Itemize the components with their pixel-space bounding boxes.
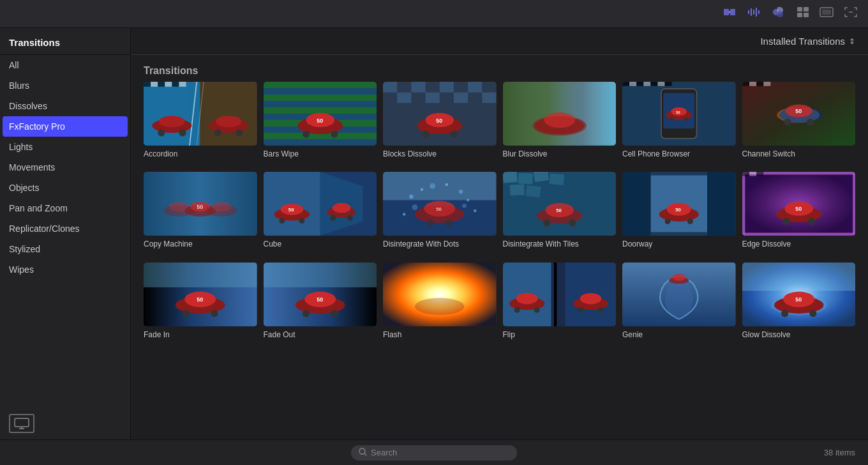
svg-text:50: 50 [436,118,442,124]
transition-item-copy-machine[interactable]: 50 Copy Machine [144,172,257,249]
sidebar-item-replicator[interactable]: Replicator/Clones [0,218,130,239]
transition-item-flash[interactable]: Flash [383,263,497,340]
transition-name: Fade Out [264,330,377,340]
sidebar-item-blurs[interactable]: Blurs [0,75,130,96]
transition-name: Disintegrate With Dots [383,240,497,250]
svg-rect-3 [748,10,749,14]
sidebar-item-stylized[interactable]: Stylized [0,239,130,259]
svg-point-135 [445,220,453,227]
timeline-icon[interactable] [722,6,737,21]
svg-rect-15 [804,13,809,17]
svg-rect-42 [264,82,377,88]
svg-point-82 [670,117,674,121]
svg-rect-58 [426,93,440,103]
svg-rect-159 [742,172,745,236]
transition-name: Edge Dissolve [742,240,856,250]
svg-rect-76 [657,82,664,86]
sidebar-item-wipes[interactable]: Wipes [0,259,130,280]
transition-item-disintegrate-with-tiles[interactable]: 50 Disintegrate With Tiles [503,172,617,249]
sidebar-item-dissolves[interactable]: Dissolves [0,96,130,116]
svg-point-147 [569,220,576,227]
svg-point-127 [412,204,417,210]
svg-point-112 [299,218,304,224]
transition-item-blur-dissolve[interactable]: Blur Dissolve [503,82,617,159]
transition-item-glow-dissolve[interactable]: 50 Glow Dissolve [742,263,856,340]
transition-name: Glow Dissolve [742,330,856,340]
transition-thumbnail [144,82,257,146]
transition-thumbnail: 50 [503,172,617,236]
svg-text:50: 50 [436,206,442,212]
svg-rect-142 [509,185,524,196]
svg-point-175 [183,310,190,317]
transition-thumbnail [503,263,617,326]
svg-line-211 [364,454,366,455]
svg-point-134 [427,220,434,227]
grid-icon[interactable] [797,6,809,21]
transition-thumbnail: 50 [622,82,736,146]
svg-rect-59 [454,93,468,103]
content-area: Installed Transitions ⇕ Transitions [131,28,868,439]
svg-rect-131 [383,172,497,200]
svg-point-208 [809,310,816,317]
transition-item-cube[interactable]: 50 Cube [264,172,377,249]
color-icon[interactable] [771,6,786,22]
transition-item-accordion[interactable]: Accordion [144,82,257,159]
transition-item-fade-in[interactable]: 50 Fade In [144,263,257,340]
svg-rect-162 [742,233,856,236]
svg-rect-11 [777,7,780,9]
svg-point-156 [687,219,693,225]
transition-name: Flash [383,330,497,340]
svg-rect-30 [179,82,186,87]
svg-point-83 [684,117,689,121]
svg-rect-44 [264,107,377,114]
svg-rect-185 [383,263,497,326]
svg-rect-71 [622,82,629,86]
sidebar-item-fxfactory[interactable]: FxFactory Pro [3,116,128,137]
transition-thumbnail: 50 [742,263,856,326]
svg-point-146 [543,220,550,227]
transition-thumbnail: 50 [144,172,257,236]
transition-item-disintegrate-with-dots[interactable]: 50 Disintegrate With Dots [383,172,497,249]
sidebar-item-objects[interactable]: Objects [0,178,130,198]
sidebar-item-lights[interactable]: Lights [0,137,130,157]
transition-item-genie[interactable]: Genie [622,263,736,340]
transition-name: Genie [622,330,736,340]
search-box [351,445,517,461]
search-input[interactable] [371,448,498,457]
items-count: 38 items [824,448,855,457]
monitor-icon[interactable] [9,414,34,433]
transition-name: Channel Switch [742,149,856,160]
svg-rect-77 [665,82,672,86]
transition-item-fade-out[interactable]: 50 Fade Out [264,263,377,340]
viewer-icon[interactable] [819,6,834,21]
svg-rect-94 [749,82,756,86]
svg-point-34 [159,116,184,127]
sidebar-item-movements[interactable]: Movements [0,157,130,178]
sidebar-item-all[interactable]: All [0,55,130,75]
audio-icon[interactable] [747,6,761,21]
header-label-text: Installed Transitions [760,36,845,47]
transition-name: Fade In [144,330,257,340]
svg-point-128 [462,204,467,208]
transition-item-flip[interactable]: Flip [503,263,617,340]
transition-name: Flip [503,330,617,340]
svg-point-111 [279,218,285,224]
transition-item-doorway[interactable]: 50 Doorway [622,172,736,249]
transition-item-edge-dissolve[interactable]: 50 Edge Dissolve [742,172,856,249]
fullscreen-icon[interactable] [844,6,858,21]
sidebar-item-pan-zoom[interactable]: Pan and Zoom [0,198,130,218]
svg-rect-29 [172,82,179,87]
transition-thumbnail: 50 [742,172,856,236]
svg-rect-25 [144,82,151,87]
transition-item-channel-switch[interactable]: 50 Channel Switch [742,82,856,159]
svg-point-91 [806,119,813,126]
svg-point-40 [236,129,243,136]
transition-item-blocks-dissolve[interactable]: 50 Blocks Dissolve [383,82,497,159]
installed-transitions-label[interactable]: Installed Transitions ⇕ [760,36,855,47]
svg-rect-17 [822,10,831,15]
transition-thumbnail [622,263,736,326]
sidebar-title: Transitions [0,28,130,55]
transition-item-cell-phone-browser[interactable]: 50 Cell Phone Browser [622,82,736,159]
svg-point-210 [359,448,365,454]
transition-item-bars-wipe[interactable]: 50 Bars Wipe [264,82,377,159]
